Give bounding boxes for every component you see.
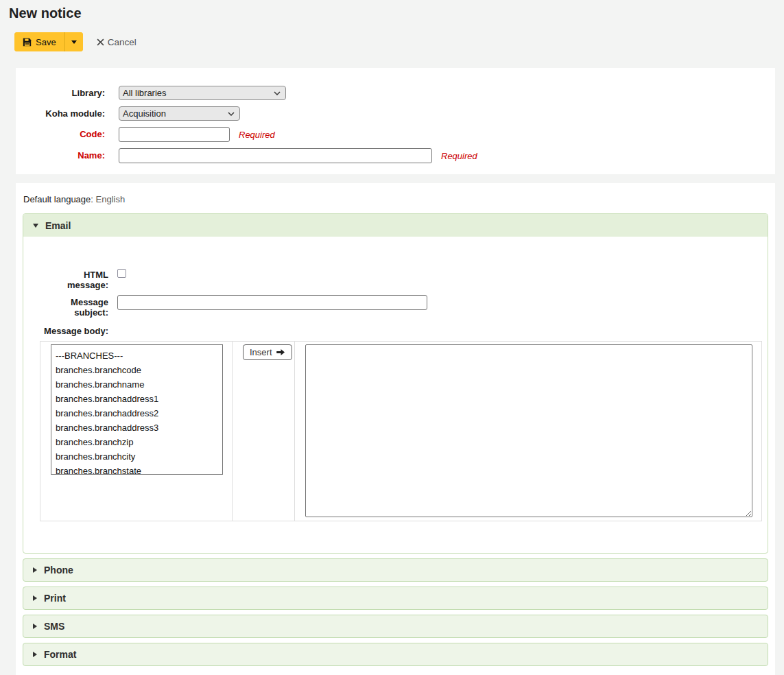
module-label: Koha module: (32, 106, 105, 119)
message-subject-input[interactable] (117, 295, 427, 310)
default-language-label: Default language: (23, 194, 93, 204)
name-row: Name: Required (16, 148, 775, 163)
default-language-line: Default language: English (23, 194, 768, 204)
library-row: Library: All libraries (16, 86, 775, 100)
phone-accordion-title: Phone (44, 565, 73, 576)
field-option[interactable]: branches.branchcode (51, 363, 222, 377)
format-accordion-title: Format (44, 649, 76, 660)
email-accordion-header[interactable]: Email (23, 214, 768, 237)
module-select-value: Acquisition (123, 108, 166, 119)
save-icon (23, 38, 32, 47)
caret-right-icon (33, 567, 37, 573)
name-input[interactable] (119, 148, 432, 163)
field-option[interactable]: branches.branchstate (51, 464, 222, 475)
field-option[interactable]: branches.branchname (51, 377, 222, 392)
library-select-value: All libraries (123, 88, 167, 98)
print-accordion-title: Print (44, 593, 66, 604)
default-language-value: English (96, 194, 126, 204)
message-subject-label: Message subject: (41, 295, 108, 318)
caret-right-icon (33, 652, 37, 657)
insert-button[interactable]: Insert (243, 344, 292, 360)
body-cell (295, 342, 762, 521)
field-option[interactable]: branches.branchzip (51, 435, 222, 449)
page-title: New notice (9, 0, 784, 21)
email-accordion: Email HTML message: Message subject: Mes… (23, 213, 768, 554)
field-option[interactable]: branches.branchcity (51, 449, 222, 464)
field-option[interactable]: branches.branchaddress1 (51, 392, 222, 406)
close-icon (97, 38, 104, 46)
field-option[interactable]: branches.branchaddress3 (51, 421, 222, 435)
code-required-note: Required (239, 127, 275, 140)
message-body-label-row: Message body: (41, 324, 768, 336)
format-accordion-header[interactable]: Format (23, 643, 768, 666)
print-accordion-header[interactable]: Print (23, 587, 768, 610)
field-option[interactable]: branches.branchaddress2 (51, 406, 222, 421)
toolbar: Save Cancel (14, 32, 784, 51)
fields-cell: ---BRANCHES--- branches.branchcode branc… (40, 342, 233, 521)
message-body-table: ---BRANCHES--- branches.branchcode branc… (40, 341, 762, 521)
name-label: Name: (32, 148, 105, 161)
insert-cell: Insert (233, 342, 295, 521)
cancel-label: Cancel (108, 37, 136, 47)
message-body-label: Message body: (41, 324, 108, 336)
save-button[interactable]: Save (14, 32, 64, 51)
phone-accordion-header[interactable]: Phone (23, 558, 768, 582)
library-select[interactable]: All libraries (119, 86, 286, 100)
code-label: Code: (32, 127, 105, 139)
html-message-label: HTML message: (41, 268, 108, 290)
caret-down-icon (33, 224, 38, 228)
arrow-right-icon (276, 348, 285, 356)
message-body-textarea[interactable] (305, 344, 752, 517)
email-accordion-body: HTML message: Message subject: Message b… (23, 237, 768, 553)
name-required-note: Required (441, 148, 477, 161)
save-split-button: Save (14, 32, 83, 51)
sms-accordion-header[interactable]: SMS (23, 615, 768, 638)
caret-right-icon (33, 595, 37, 601)
save-button-label: Save (36, 37, 56, 47)
sms-accordion-title: SMS (44, 621, 64, 632)
cancel-button[interactable]: Cancel (97, 37, 136, 47)
caret-right-icon (33, 624, 37, 629)
letters-panel: Default language: English Email HTML mes… (16, 183, 775, 675)
html-message-checkbox[interactable] (117, 269, 126, 278)
fields-listbox[interactable]: ---BRANCHES--- branches.branchcode branc… (51, 344, 223, 475)
field-option[interactable]: ---BRANCHES--- (51, 348, 222, 363)
save-dropdown-toggle[interactable] (64, 32, 83, 51)
module-row: Koha module: Acquisition (16, 106, 775, 121)
email-accordion-title: Email (45, 220, 71, 231)
caret-down-icon (71, 40, 77, 44)
code-row: Code: Required (16, 127, 775, 142)
code-input[interactable] (119, 127, 230, 142)
chevron-down-icon (274, 91, 281, 95)
chevron-down-icon (228, 112, 235, 116)
module-select[interactable]: Acquisition (119, 106, 240, 121)
html-message-row: HTML message: (41, 268, 768, 290)
notice-details-panel: Library: All libraries Koha module: Acqu… (16, 68, 775, 174)
message-subject-row: Message subject: (41, 295, 768, 318)
library-label: Library: (32, 86, 105, 98)
insert-button-label: Insert (250, 347, 272, 357)
